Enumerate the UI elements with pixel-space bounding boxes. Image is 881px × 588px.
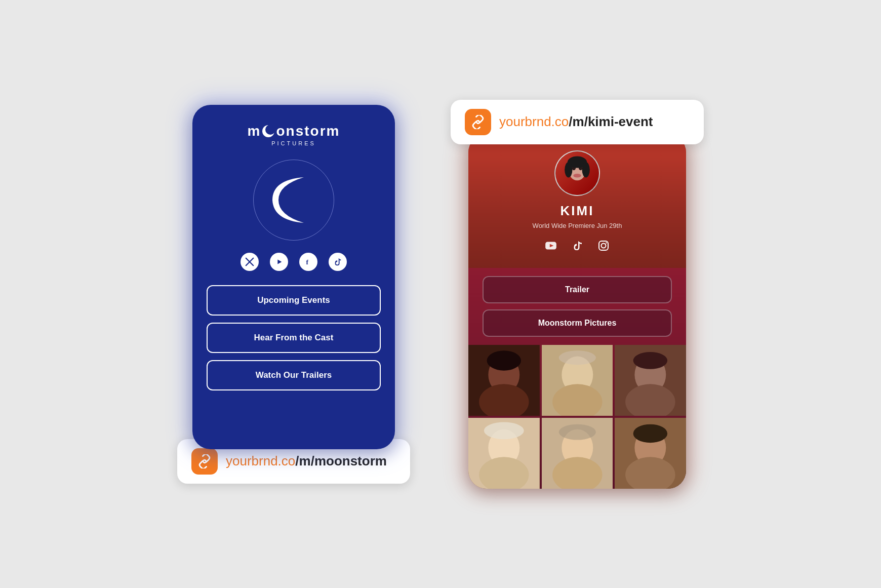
url-text-right: yourbrnd.co/m/kimi-event — [499, 114, 653, 130]
svg-point-8 — [573, 173, 581, 177]
svg-text:f: f — [306, 258, 309, 266]
facebook-social-icon[interactable]: f — [299, 253, 317, 271]
svg-marker-2 — [277, 259, 282, 264]
logo-subtitle: PICTURES — [271, 140, 316, 146]
right-phone-wrapper: yourbrnd.co/m/kimi-event — [451, 100, 704, 489]
svg-point-20 — [487, 350, 522, 370]
cast-cell-2[interactable] — [542, 345, 613, 416]
svg-point-1 — [265, 125, 275, 135]
right-social-icons — [543, 238, 612, 254]
right-phone: KIMI World Wide Premiere Jun 29th — [468, 134, 686, 489]
link-icon-right — [465, 109, 491, 135]
instagram-icon-right[interactable] — [595, 238, 612, 254]
link-icon-left — [191, 448, 218, 475]
cast-cell-4[interactable] — [468, 418, 540, 488]
left-phone-wrapper: m onstorm PICTURES — [177, 105, 410, 484]
logo-area: m onstorm PICTURES — [248, 123, 340, 146]
hear-from-cast-button[interactable]: Hear From the Cast — [207, 323, 381, 353]
menu-buttons: Upcoming Events Hear From the Cast Watch… — [207, 285, 381, 390]
cast-cell-6[interactable] — [615, 418, 686, 488]
x-social-icon[interactable] — [241, 253, 259, 271]
left-phone: m onstorm PICTURES — [192, 105, 395, 449]
svg-point-16 — [606, 242, 607, 243]
hero-section: KIMI World Wide Premiere Jun 29th — [468, 134, 686, 268]
svg-point-10 — [565, 162, 572, 178]
right-phone-inner: KIMI World Wide Premiere Jun 29th — [468, 134, 686, 489]
url-bold-right: /m/kimi-event — [569, 114, 653, 129]
cast-cell-5[interactable] — [542, 418, 613, 488]
url-normal-right: yourbrnd.co — [499, 114, 569, 129]
cast-grid — [468, 337, 686, 489]
trailer-button[interactable]: Trailer — [483, 276, 672, 303]
scene: m onstorm PICTURES — [177, 100, 704, 489]
crescent-moon-icon — [268, 172, 319, 228]
watch-trailers-button[interactable]: Watch Our Trailers — [207, 360, 381, 390]
svg-point-40 — [633, 424, 668, 443]
url-normal-left: yourbrnd.co — [226, 453, 295, 468]
upcoming-events-button[interactable]: Upcoming Events — [207, 285, 381, 316]
tiktok-social-icon[interactable] — [329, 253, 347, 271]
logo-text: m onstorm — [248, 123, 340, 139]
svg-point-36 — [558, 424, 595, 440]
logo-moon-icon — [261, 124, 275, 138]
svg-point-15 — [602, 243, 606, 248]
moonstorm-pictures-button[interactable]: Moonstorm Pictures — [483, 309, 672, 337]
url-text-left: yourbrnd.co/m/moonstorm — [226, 453, 387, 469]
social-icons-row: f — [241, 253, 347, 271]
avatar-image — [555, 150, 599, 196]
svg-point-32 — [484, 422, 524, 440]
youtube-icon-right[interactable] — [543, 238, 559, 254]
svg-point-11 — [582, 162, 590, 178]
tiktok-icon-right[interactable] — [569, 238, 585, 254]
svg-point-24 — [558, 350, 595, 365]
url-badge-right: yourbrnd.co/m/kimi-event — [451, 100, 704, 144]
url-bold-left: /m/moonstorm — [295, 453, 387, 468]
moon-circle-decoration — [253, 160, 334, 241]
movie-title: KIMI — [560, 203, 594, 219]
avatar — [554, 150, 600, 196]
cast-cell-3[interactable] — [615, 345, 686, 416]
svg-point-28 — [633, 352, 668, 369]
cast-cell-1[interactable] — [468, 345, 540, 416]
movie-subtitle: World Wide Premiere Jun 29th — [533, 222, 622, 229]
youtube-social-icon[interactable] — [270, 253, 288, 271]
right-buttons: Trailer Moonstorm Pictures — [468, 276, 686, 337]
